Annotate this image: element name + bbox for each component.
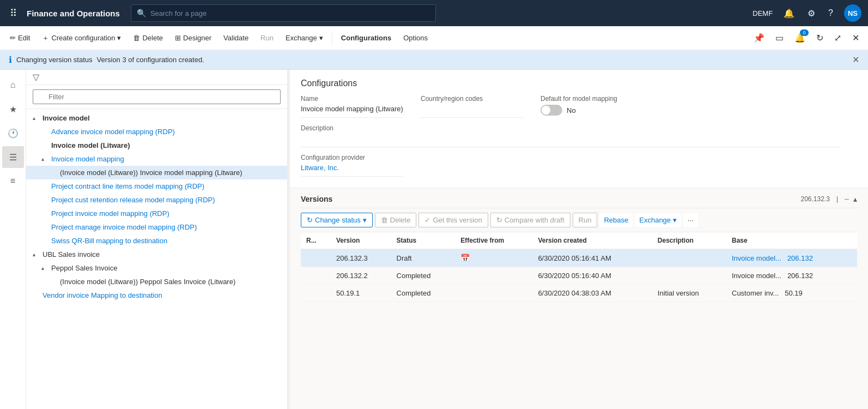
table-row[interactable]: 206.132.3 Draft 📅 6/30/2020 05:16:41 AM … xyxy=(301,249,857,267)
recent-nav-icon[interactable]: 🕐 xyxy=(2,122,24,144)
favorites-nav-icon[interactable]: ★ xyxy=(2,98,24,120)
tree-item-invoice-model[interactable]: ▴ Invoice model xyxy=(26,111,287,125)
change-status-chevron: ▾ xyxy=(363,216,367,224)
pin-icon[interactable]: 📌 xyxy=(749,28,769,47)
tree-item-project-manage[interactable]: Project manage invoice model mapping (RD… xyxy=(26,220,287,234)
name-field: Name Invoice model mapping (Litware) xyxy=(301,95,421,124)
table-row[interactable]: 50.19.1 Completed 6/30/2020 04:38:03 AM … xyxy=(301,285,857,302)
tree-item-advance[interactable]: Advance invoice model mapping (RDP) xyxy=(26,125,287,139)
table-header-row: R... Version Status Effective from Versi… xyxy=(301,232,857,249)
exchange-button[interactable]: Exchange ▾ xyxy=(280,31,329,45)
home-nav-icon[interactable]: ⌂ xyxy=(2,74,24,96)
main-area: ⌂ ★ 🕐 ☰ ≡ ▽ 🔍 ▴ Invoice model Advance in… xyxy=(0,70,868,409)
tree-panel: ▽ 🔍 ▴ Invoice model Advance invoice mode… xyxy=(26,70,288,409)
edit-button[interactable]: ✏ Edit xyxy=(4,31,35,45)
tree-item-peppol-litware[interactable]: (Invoice model (Litware)) Peppol Sales I… xyxy=(26,275,287,288)
cell-description xyxy=(652,267,726,285)
list-nav-icon[interactable]: ≡ xyxy=(2,170,24,192)
exchange-versions-button[interactable]: Exchange ▾ xyxy=(635,213,681,227)
base-text: Customer inv... xyxy=(732,289,779,297)
tree-item-ubl[interactable]: ▴ UBL Sales invoice xyxy=(26,248,287,261)
calendar-icon[interactable]: 📅 xyxy=(460,254,470,262)
validate-button[interactable]: Validate xyxy=(218,31,254,45)
tree-item-label: Invoice model xyxy=(43,114,90,122)
chevron-down-icon: ▾ xyxy=(117,34,121,42)
tree-item-invoice-mapping[interactable]: ▴ Invoice model mapping xyxy=(26,152,287,166)
tree-content: ▴ Invoice model Advance invoice model ma… xyxy=(26,109,287,409)
country-label: Country/region codes xyxy=(421,95,523,103)
versions-collapse-icon[interactable]: ▴ xyxy=(853,195,857,203)
tree-item-vendor[interactable]: Vendor invoice Mapping to destination xyxy=(26,288,287,302)
close-icon[interactable]: ✕ xyxy=(848,28,864,47)
tree-item-swiss-qr[interactable]: Swiss QR-Bill mapping to destination xyxy=(26,234,287,248)
col-created: Version created xyxy=(532,232,652,249)
filter-input[interactable] xyxy=(33,89,281,104)
right-panel: Configurations Name Invoice model mappin… xyxy=(290,70,868,409)
get-this-version-button[interactable]: ✓ Get this version xyxy=(418,213,488,227)
provider-label: Configuration provider xyxy=(301,154,403,161)
config-header: Configurations Name Invoice model mappin… xyxy=(290,70,868,188)
caret-icon: ▴ xyxy=(41,156,49,162)
provider-value[interactable]: Litware, Inc. xyxy=(301,164,403,177)
delete-button[interactable]: 🗑 Delete xyxy=(128,31,168,45)
filter-icon[interactable]: ▽ xyxy=(33,72,39,82)
col-effective: Effective from xyxy=(455,232,532,249)
refresh-icon[interactable]: ↻ xyxy=(812,28,828,47)
app-grid-icon[interactable]: ⠿ xyxy=(7,4,20,22)
tree-item-label: Project contract line items model mappin… xyxy=(51,182,204,190)
help-icon[interactable]: ? xyxy=(826,6,835,20)
exchange-chevron-icon: ▾ xyxy=(673,216,677,224)
cell-effective: 📅 xyxy=(455,249,532,267)
versions-delete-button[interactable]: 🗑 Delete xyxy=(375,213,417,227)
configurations-button[interactable]: Configurations xyxy=(336,31,397,45)
table-row[interactable]: 206.132.2 Completed 6/30/2020 05:16:40 A… xyxy=(301,267,857,285)
versions-header: Versions 206.132.3 | -- ▴ xyxy=(301,188,857,208)
notification-close-button[interactable]: ✕ xyxy=(852,55,859,65)
cell-base: Invoice model... 206.132 xyxy=(726,267,857,285)
notification-badge-icon[interactable]: 🔔0 xyxy=(790,28,810,47)
cell-version: 50.19.1 xyxy=(331,285,391,302)
search-icon: 🔍 xyxy=(137,9,146,17)
tree-item-selected-mapping[interactable]: (Invoice model (Litware)) Invoice model … xyxy=(26,166,287,179)
country-field: Country/region codes xyxy=(421,95,541,124)
get-version-icon: ✓ xyxy=(424,216,430,224)
base-link[interactable]: Invoice model... xyxy=(732,254,781,262)
expand-icon[interactable]: ⤢ xyxy=(830,28,846,47)
col-base: Base xyxy=(726,232,857,249)
rebase-button[interactable]: Rebase xyxy=(599,213,633,227)
change-status-button[interactable]: ↻ Change status ▾ xyxy=(301,213,373,227)
create-config-button[interactable]: ＋ Create configuration ▾ xyxy=(37,30,126,46)
cell-base: Customer inv... 50.19 xyxy=(726,285,857,302)
tree-item-project-contract[interactable]: Project contract line items model mappin… xyxy=(26,179,287,193)
avatar[interactable]: NS xyxy=(844,4,861,22)
tree-item-project-cust[interactable]: Project cust retention release model map… xyxy=(26,193,287,207)
change-status-icon: ↻ xyxy=(307,216,313,224)
tree-item-label: Invoice model (Litware) xyxy=(51,141,130,149)
compare-with-draft-button[interactable]: ↻ Compare with draft xyxy=(490,213,570,227)
tree-item-label: Project cust retention release model map… xyxy=(51,196,215,204)
options-button[interactable]: Options xyxy=(398,31,433,45)
run-versions-button[interactable]: Run xyxy=(573,213,598,227)
delete-icon: 🗑 xyxy=(133,34,140,42)
edit-icon: ✏ xyxy=(10,34,16,42)
config-fields: Name Invoice model mapping (Litware) Cou… xyxy=(301,95,857,183)
panel-icon[interactable]: ▭ xyxy=(771,28,788,47)
compare-icon: ↻ xyxy=(496,216,502,224)
cell-created: 6/30/2020 04:38:03 AM xyxy=(532,285,652,302)
default-mapping-toggle[interactable] xyxy=(541,105,562,116)
search-input[interactable] xyxy=(150,9,430,17)
tree-item-project-invoice[interactable]: Project invoice model mapping (RDP) xyxy=(26,207,287,220)
tree-item-invoice-litware[interactable]: Invoice model (Litware) xyxy=(26,139,287,152)
settings-icon[interactable]: ⚙ xyxy=(805,6,817,21)
run-button[interactable]: Run xyxy=(255,31,279,45)
description-value xyxy=(301,134,840,147)
base-version-link[interactable]: 206.132 xyxy=(787,254,813,262)
designer-button[interactable]: ⊞ Designer xyxy=(169,31,217,45)
tree-filter-bar: ▽ xyxy=(26,70,287,85)
more-icon: ··· xyxy=(688,216,694,224)
tree-item-peppol[interactable]: ▴ Peppol Sales Invoice xyxy=(26,261,287,275)
table-nav-icon[interactable]: ☰ xyxy=(2,146,24,168)
more-options-button[interactable]: ··· xyxy=(683,213,698,227)
description-label: Description xyxy=(301,124,840,132)
notification-icon[interactable]: 🔔 xyxy=(781,6,797,21)
